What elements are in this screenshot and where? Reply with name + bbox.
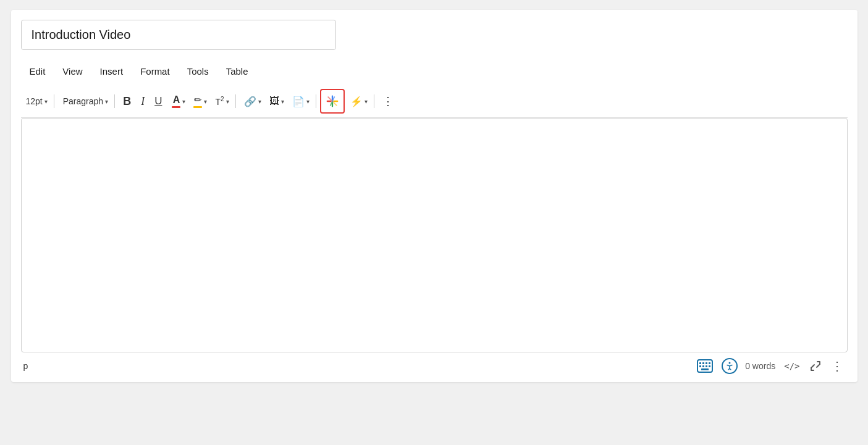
text-color-bar xyxy=(172,106,180,108)
svg-rect-16 xyxy=(706,365,707,367)
code-view-icon: </> xyxy=(784,361,799,371)
editor-container: Edit View Insert Format Tools Table 12pt… xyxy=(11,10,857,382)
svg-rect-11 xyxy=(702,362,704,364)
template-icon: 📄 xyxy=(292,96,305,107)
superscript-button[interactable]: T2 ▾ xyxy=(211,93,231,110)
font-size-button[interactable]: 12pt ▾ xyxy=(21,93,50,109)
code-view-button[interactable]: </> xyxy=(783,360,801,372)
toolbar-divider-1 xyxy=(54,94,54,108)
toolbar-divider-4 xyxy=(316,94,316,108)
text-color-chevron-icon: ▾ xyxy=(182,98,185,105)
highlight-chevron-icon: ▾ xyxy=(204,98,207,105)
accessibility-button[interactable] xyxy=(722,358,738,374)
toolbar-divider-2 xyxy=(114,94,115,108)
text-color-button[interactable]: A ▾ xyxy=(167,91,188,111)
status-more-dots-icon: ⋮ xyxy=(831,359,844,373)
menu-tools[interactable]: Tools xyxy=(179,62,217,80)
current-element-indicator: p xyxy=(23,361,28,371)
status-more-button[interactable]: ⋮ xyxy=(830,357,845,375)
italic-button[interactable]: I xyxy=(137,92,149,111)
svg-rect-18 xyxy=(701,368,709,370)
highlight-color-button[interactable]: ✏ ▾ xyxy=(189,91,209,111)
image-chevron-icon: ▾ xyxy=(281,98,284,105)
svg-rect-10 xyxy=(699,362,701,364)
svg-line-6 xyxy=(330,102,331,106)
svg-rect-17 xyxy=(709,365,710,367)
paragraph-style-button[interactable]: Paragraph ▾ xyxy=(58,93,111,109)
editor-content-area[interactable] xyxy=(21,118,848,352)
link-icon: 🔗 xyxy=(244,96,256,107)
underline-button[interactable]: U xyxy=(150,92,166,110)
svg-rect-15 xyxy=(702,365,704,367)
word-count-label: 0 words xyxy=(745,361,775,371)
plugin-button[interactable]: ⚡ ▾ xyxy=(346,93,370,110)
status-bar: p xyxy=(21,352,848,377)
image-icon: 🖼 xyxy=(269,96,279,107)
svg-line-7 xyxy=(328,97,331,100)
svg-line-5 xyxy=(332,97,334,100)
toolbar: 12pt ▾ Paragraph ▾ B I U A ▾ xyxy=(21,85,848,118)
ai-sparkle-icon xyxy=(326,94,339,108)
more-options-button[interactable]: ⋮ xyxy=(378,91,398,111)
menu-edit[interactable]: Edit xyxy=(21,62,54,80)
template-button[interactable]: 📄 ▾ xyxy=(288,93,312,110)
underline-label: U xyxy=(154,95,162,107)
menu-view[interactable]: View xyxy=(54,62,91,80)
image-button[interactable]: 🖼 ▾ xyxy=(265,93,287,110)
fullscreen-button[interactable] xyxy=(809,359,822,373)
italic-label: I xyxy=(141,95,145,108)
svg-rect-13 xyxy=(709,362,710,364)
menu-format[interactable]: Format xyxy=(132,62,179,80)
font-size-label: 12pt xyxy=(26,96,43,106)
link-chevron-icon: ▾ xyxy=(258,98,261,105)
highlight-pencil-icon: ✏ xyxy=(194,94,202,106)
keyboard-icon xyxy=(697,359,713,373)
toolbar-divider-3 xyxy=(235,94,236,108)
font-size-chevron-icon: ▾ xyxy=(44,98,48,105)
template-chevron-icon: ▾ xyxy=(306,98,310,105)
superscript-chevron-icon: ▾ xyxy=(226,98,229,105)
toolbar-divider-5 xyxy=(374,94,374,108)
bold-button[interactable]: B xyxy=(119,92,135,111)
menu-table[interactable]: Table xyxy=(217,62,257,80)
status-right: 0 words </> ⋮ xyxy=(696,357,845,375)
more-options-icon: ⋮ xyxy=(382,94,394,108)
paragraph-style-label: Paragraph xyxy=(63,96,103,106)
svg-rect-12 xyxy=(706,362,707,364)
bold-label: B xyxy=(123,95,131,108)
accessibility-icon xyxy=(725,361,735,371)
expand-icon xyxy=(810,360,821,372)
plugin-chevron-icon: ▾ xyxy=(364,98,368,105)
svg-line-8 xyxy=(333,102,336,106)
paragraph-chevron-icon: ▾ xyxy=(105,98,108,105)
document-title-input[interactable] xyxy=(21,20,336,50)
menu-bar: Edit View Insert Format Tools Table xyxy=(21,60,848,85)
plugin-icon: ⚡ xyxy=(350,96,363,107)
ai-button-highlight xyxy=(320,89,345,114)
highlight-indicator: ✏ xyxy=(193,94,202,108)
superscript-label: T2 xyxy=(215,96,224,107)
svg-point-19 xyxy=(729,362,731,364)
link-button[interactable]: 🔗 ▾ xyxy=(240,93,264,110)
keyboard-shortcuts-button[interactable] xyxy=(696,358,714,374)
ai-assistant-button[interactable] xyxy=(322,91,343,112)
status-left: p xyxy=(23,361,28,371)
highlight-color-bar xyxy=(193,106,202,108)
text-color-indicator: A xyxy=(172,94,180,108)
text-color-a-label: A xyxy=(173,94,180,106)
menu-insert[interactable]: Insert xyxy=(91,62,132,80)
svg-rect-14 xyxy=(699,365,701,367)
